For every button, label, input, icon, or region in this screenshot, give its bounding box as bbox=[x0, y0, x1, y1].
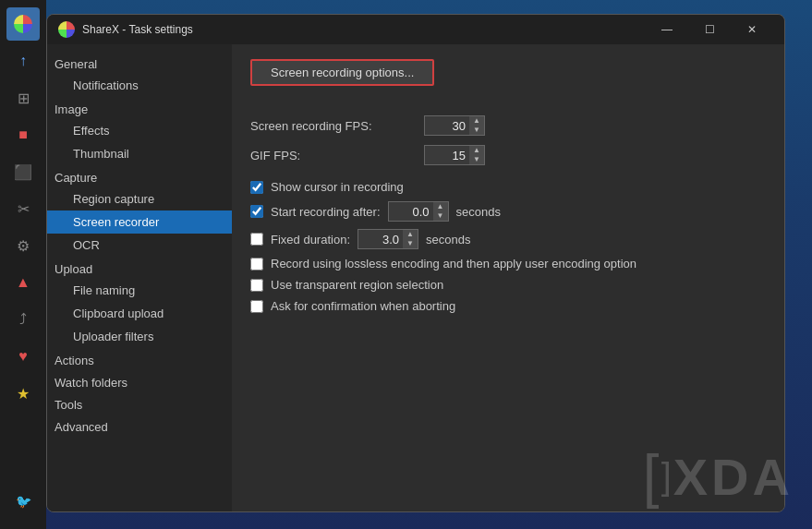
sidebar-icon-star[interactable]: ★ bbox=[6, 377, 40, 410]
nav-general[interactable]: General bbox=[47, 52, 232, 74]
start-after-row: Start recording after: ▲ ▼ seconds bbox=[250, 201, 766, 222]
nav-watch-folders[interactable]: Watch folders bbox=[47, 370, 232, 392]
fixed-duration-input-wrapper: ▲ ▼ bbox=[358, 229, 418, 249]
nav-screen-recorder[interactable]: Screen recorder bbox=[47, 210, 232, 234]
show-cursor-row: Show cursor in recording bbox=[250, 180, 766, 194]
nav-capture[interactable]: Capture bbox=[47, 165, 232, 187]
nav-region-capture[interactable]: Region capture bbox=[47, 187, 232, 210]
nav-actions[interactable]: Actions bbox=[47, 348, 232, 370]
minimize-button[interactable]: — bbox=[646, 15, 688, 44]
gif-fps-input[interactable] bbox=[425, 147, 469, 164]
show-cursor-label: Show cursor in recording bbox=[271, 180, 404, 194]
start-after-down[interactable]: ▼ bbox=[433, 211, 448, 221]
transparent-label: Use transparent region selection bbox=[271, 278, 443, 292]
confirm-abort-label: Ask for confirmation when aborting bbox=[271, 299, 455, 313]
fixed-duration-checkbox[interactable] bbox=[250, 233, 263, 246]
sidebar-icon-heart[interactable]: ♥ bbox=[6, 340, 40, 373]
start-after-unit: seconds bbox=[456, 205, 501, 219]
lossless-label: Record using lossless encoding and then … bbox=[271, 257, 636, 271]
transparent-row: Use transparent region selection bbox=[250, 278, 766, 292]
gif-fps-spinners: ▲ ▼ bbox=[469, 146, 484, 164]
confirm-abort-checkbox[interactable] bbox=[250, 300, 263, 313]
maximize-button[interactable]: ☐ bbox=[688, 15, 731, 44]
lossless-checkbox[interactable] bbox=[250, 258, 263, 271]
fixed-duration-unit: seconds bbox=[426, 233, 470, 246]
fixed-duration-spinners: ▲ ▼ bbox=[403, 230, 418, 248]
titlebar: ShareX - Task settings — ☐ ✕ bbox=[47, 15, 784, 44]
right-panel: Screen recording options... Screen recor… bbox=[232, 44, 784, 511]
gif-fps-row: GIF FPS: ▲ ▼ bbox=[250, 145, 766, 165]
gif-fps-up[interactable]: ▲ bbox=[469, 146, 484, 155]
nav-ocr[interactable]: OCR bbox=[47, 234, 232, 257]
sidebar-icon-monitor[interactable]: ⬛ bbox=[6, 155, 40, 188]
nav-upload[interactable]: Upload bbox=[47, 257, 232, 279]
nav-advanced[interactable]: Advanced bbox=[47, 415, 232, 437]
screen-recording-options-button[interactable]: Screen recording options... bbox=[250, 59, 434, 86]
nav-image[interactable]: Image bbox=[47, 97, 232, 119]
nav-thumbnail[interactable]: Thumbnail bbox=[47, 142, 232, 165]
fps-label: Screen recording FPS: bbox=[250, 119, 417, 133]
sidebar-icon-capture[interactable]: ✂ bbox=[6, 192, 40, 225]
fps-input-wrapper: ▲ ▼ bbox=[424, 115, 485, 136]
window-title: ShareX - Task settings bbox=[82, 23, 646, 36]
fixed-duration-input[interactable] bbox=[358, 231, 403, 248]
sidebar-icon-upload2[interactable]: ⤴ bbox=[6, 303, 40, 336]
fixed-duration-down[interactable]: ▼ bbox=[403, 239, 418, 248]
sidebar-icon-upload[interactable]: ↑ bbox=[6, 44, 40, 78]
lossless-row: Record using lossless encoding and then … bbox=[250, 257, 766, 271]
fps-up[interactable]: ▲ bbox=[469, 116, 484, 126]
app-logo bbox=[58, 21, 75, 38]
content-area: General Notifications Image Effects Thum… bbox=[47, 44, 784, 511]
sidebar-icon-tool[interactable]: ⚙ bbox=[6, 229, 40, 262]
start-after-spinners: ▲ ▼ bbox=[433, 202, 448, 221]
nav-panel: General Notifications Image Effects Thum… bbox=[47, 44, 232, 511]
nav-effects[interactable]: Effects bbox=[47, 119, 232, 142]
titlebar-controls: — ☐ ✕ bbox=[646, 15, 773, 44]
fixed-duration-label: Fixed duration: bbox=[271, 233, 350, 246]
sidebar-icon-twitter[interactable]: 🐦 bbox=[6, 485, 40, 518]
fps-spinners: ▲ ▼ bbox=[469, 116, 484, 135]
main-window: ShareX - Task settings — ☐ ✕ General Not… bbox=[46, 14, 785, 512]
transparent-checkbox[interactable] bbox=[250, 279, 263, 292]
fps-row: Screen recording FPS: ▲ ▼ bbox=[250, 115, 766, 136]
sidebar-icon-red2[interactable]: ▲ bbox=[6, 266, 40, 299]
nav-clipboard-upload[interactable]: Clipboard upload bbox=[47, 302, 232, 325]
start-after-up[interactable]: ▲ bbox=[433, 202, 448, 211]
sidebar-icon-grid[interactable]: ⊞ bbox=[6, 81, 40, 114]
gif-fps-down[interactable]: ▼ bbox=[469, 155, 484, 164]
fps-input[interactable] bbox=[425, 117, 469, 135]
nav-notifications[interactable]: Notifications bbox=[47, 74, 232, 97]
show-cursor-checkbox[interactable] bbox=[250, 181, 263, 194]
gif-fps-label: GIF FPS: bbox=[250, 149, 417, 162]
fps-down[interactable]: ▼ bbox=[469, 126, 484, 135]
sidebar-strip: ↑ ⊞ ■ ⬛ ✂ ⚙ ▲ ⤴ ♥ ★ 🐦 bbox=[0, 0, 46, 529]
nav-uploader-filters[interactable]: Uploader filters bbox=[47, 325, 232, 348]
sidebar-icon-red1[interactable]: ■ bbox=[6, 118, 40, 151]
start-after-input-wrapper: ▲ ▼ bbox=[388, 201, 449, 222]
confirm-abort-row: Ask for confirmation when aborting bbox=[250, 299, 766, 313]
fixed-duration-row: Fixed duration: ▲ ▼ seconds bbox=[250, 229, 766, 249]
start-after-checkbox[interactable] bbox=[250, 205, 263, 218]
close-button[interactable]: ✕ bbox=[731, 15, 773, 44]
gif-fps-input-wrapper: ▲ ▼ bbox=[424, 145, 485, 165]
start-after-label: Start recording after: bbox=[271, 205, 381, 219]
nav-tools[interactable]: Tools bbox=[47, 392, 232, 415]
sidebar-icon-logo[interactable] bbox=[6, 7, 40, 41]
start-after-input[interactable] bbox=[389, 203, 433, 221]
fixed-duration-up[interactable]: ▲ bbox=[403, 230, 418, 239]
nav-file-naming[interactable]: File naming bbox=[47, 279, 232, 302]
